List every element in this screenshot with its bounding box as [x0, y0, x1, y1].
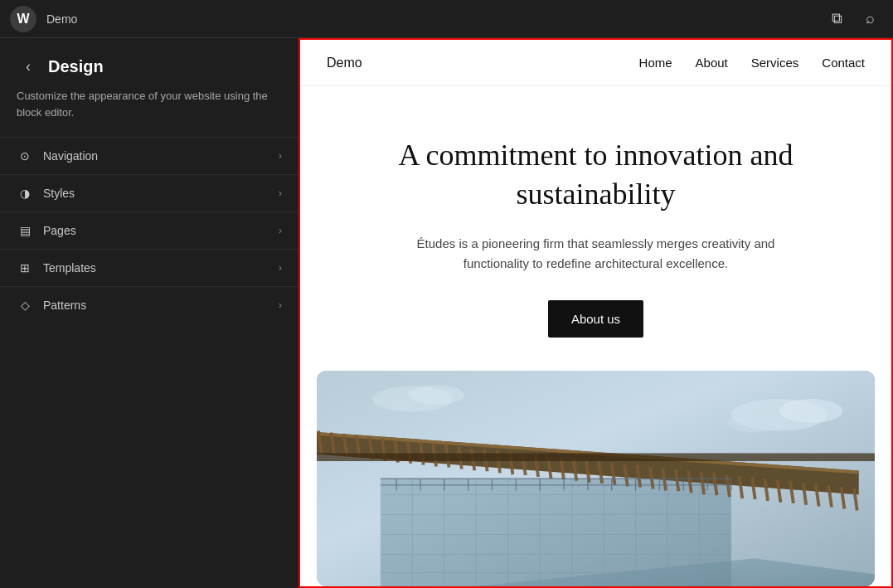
templates-label: Templates — [43, 261, 269, 275]
site-preview: Demo Home About Services Contact A commi… — [300, 40, 891, 586]
hero-title: A commitment to innovation and sustainab… — [364, 136, 828, 214]
sidebar-item-pages[interactable]: ▤ Pages › — [0, 211, 298, 249]
pages-label: Pages — [43, 224, 269, 237]
nav-link-services[interactable]: Services — [751, 56, 799, 70]
hero-description: Études is a pioneering firm that seamles… — [397, 234, 795, 274]
navigation-icon: ⊙ — [17, 148, 33, 164]
nav-link-contact[interactable]: Contact — [822, 56, 865, 70]
nav-link-home[interactable]: Home — [639, 56, 672, 70]
site-image-area — [317, 371, 875, 586]
main-layout: ‹ Design Customize the appearance of you… — [0, 38, 893, 588]
sidebar-header: ‹ Design — [0, 38, 298, 85]
svg-point-5 — [409, 385, 464, 404]
styles-label: Styles — [43, 187, 269, 200]
sidebar-item-templates[interactable]: ⊞ Templates › — [0, 249, 298, 286]
site-nav: Demo Home About Services Contact — [300, 40, 891, 86]
svg-point-2 — [779, 399, 843, 423]
chevron-icon: › — [279, 262, 282, 274]
sidebar-item-patterns[interactable]: ◇ Patterns › — [0, 286, 298, 323]
pages-icon: ▤ — [17, 222, 33, 239]
search-icon[interactable]: ⌕ — [857, 6, 883, 32]
site-nav-links: Home About Services Contact — [639, 56, 865, 70]
site-hero: A commitment to innovation and sustainab… — [300, 86, 891, 371]
about-us-button[interactable]: About us — [548, 300, 643, 338]
sidebar: ‹ Design Customize the appearance of you… — [0, 38, 298, 588]
templates-icon: ⊞ — [17, 260, 33, 276]
top-bar: W Demo ⧉ ⌕ — [0, 0, 893, 38]
svg-point-3 — [727, 413, 783, 432]
chevron-icon: › — [279, 299, 282, 311]
svg-rect-68 — [317, 453, 875, 461]
chevron-icon: › — [279, 150, 282, 162]
building-illustration — [317, 371, 875, 586]
styles-icon: ◑ — [17, 185, 33, 202]
wordpress-logo[interactable]: W — [10, 6, 36, 32]
nav-link-about[interactable]: About — [696, 56, 728, 70]
site-title: Demo — [46, 12, 813, 26]
back-button[interactable]: ‹ — [17, 55, 40, 78]
chevron-icon: › — [279, 225, 282, 236]
preview-panel: Demo Home About Services Contact A commi… — [298, 38, 893, 588]
sidebar-description: Customize the appearance of your website… — [0, 85, 298, 137]
sidebar-title: Design — [48, 57, 104, 76]
site-logo: Demo — [327, 56, 639, 70]
navigation-label: Navigation — [43, 149, 269, 163]
sidebar-item-styles[interactable]: ◑ Styles › — [0, 174, 298, 211]
sidebar-item-navigation[interactable]: ⊙ Navigation › — [0, 137, 298, 174]
top-bar-icons: ⧉ ⌕ — [823, 6, 883, 32]
sidebar-menu: ⊙ Navigation › ◑ Styles › ▤ Pages › ⊞ Te… — [0, 137, 298, 588]
external-link-icon[interactable]: ⧉ — [823, 6, 850, 32]
patterns-label: Patterns — [43, 299, 269, 312]
patterns-icon: ◇ — [17, 297, 33, 313]
chevron-icon: › — [279, 187, 282, 199]
